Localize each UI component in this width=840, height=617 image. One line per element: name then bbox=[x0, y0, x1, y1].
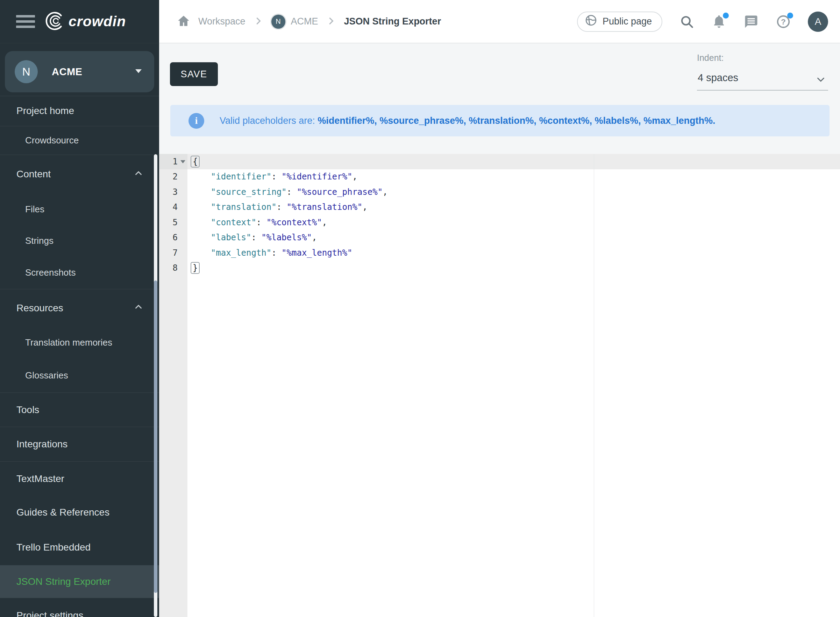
notification-badge-dot bbox=[723, 13, 729, 19]
code-line-3: "source_string": "%source_phrase%", bbox=[187, 185, 840, 200]
sidebar-item-label: Project settings bbox=[16, 610, 83, 617]
indent-select[interactable]: 4 spaces bbox=[697, 69, 828, 91]
sidebar-item-label: Tools bbox=[16, 404, 39, 416]
fold-caret-icon[interactable] bbox=[180, 160, 185, 163]
project-badge: N bbox=[271, 15, 285, 29]
sidebar-item-label: Trello Embedded bbox=[16, 542, 91, 553]
placeholder-token: %translation%, bbox=[469, 115, 539, 126]
sidebar-item-label: Translation memories bbox=[25, 337, 112, 348]
help-icon[interactable]: ? bbox=[776, 14, 791, 30]
info-icon: i bbox=[189, 113, 204, 129]
sidebar-item-json-string-exporter[interactable]: JSON String Exporter bbox=[0, 565, 159, 598]
sidebar-item-glossaries[interactable]: Glossaries bbox=[0, 358, 159, 393]
hamburger-menu-icon[interactable] bbox=[16, 12, 35, 31]
home-icon[interactable] bbox=[177, 14, 191, 30]
sidebar-item-screenshots[interactable]: Screenshots bbox=[0, 256, 159, 289]
help-badge-dot bbox=[787, 13, 793, 19]
code-line-2: "identifier": "%identifier%", bbox=[187, 169, 840, 185]
sidebar-nav: Project homeCrowdsourceContentFilesStrin… bbox=[0, 96, 159, 617]
sidebar-item-integrations[interactable]: Integrations bbox=[0, 427, 159, 461]
crowdin-logo-icon bbox=[45, 11, 65, 32]
sidebar-item-label: Crowdsource bbox=[25, 135, 79, 146]
sidebar-item-project-settings[interactable]: Project settings bbox=[0, 598, 159, 617]
chevron-down-icon bbox=[815, 74, 827, 87]
line-number: 2 bbox=[159, 169, 187, 185]
sidebar-item-crowdsource[interactable]: Crowdsource bbox=[0, 126, 159, 155]
indent-selected-value: 4 spaces bbox=[698, 72, 738, 83]
sidebar-item-label: JSON String Exporter bbox=[16, 576, 111, 587]
code-editor[interactable]: 12345678 { "identifier": "%identifier%",… bbox=[159, 154, 840, 617]
sidebar-item-strings[interactable]: Strings bbox=[0, 225, 159, 256]
save-button[interactable]: SAVE bbox=[170, 62, 218, 86]
indent-label: Indent: bbox=[697, 53, 828, 63]
notifications-bell-icon[interactable] bbox=[711, 14, 727, 30]
sidebar-item-project-home[interactable]: Project home bbox=[0, 96, 159, 126]
line-number: 8 bbox=[159, 261, 187, 276]
svg-text:?: ? bbox=[781, 17, 786, 26]
sidebar-item-label: Resources bbox=[16, 303, 63, 314]
placeholder-token: %labels%, bbox=[594, 115, 644, 126]
chevron-right-icon bbox=[253, 16, 264, 28]
chevron-up-icon bbox=[133, 168, 144, 181]
user-avatar[interactable]: A bbox=[808, 12, 828, 32]
sidebar-item-label: Integrations bbox=[16, 438, 68, 450]
breadcrumb-item-acme[interactable]: NACME bbox=[271, 15, 318, 29]
breadcrumb-label: JSON String Exporter bbox=[344, 16, 441, 27]
chevron-up-icon bbox=[133, 301, 144, 314]
sidebar-scrollbar-thumb[interactable] bbox=[154, 280, 158, 593]
code-line-8: } bbox=[187, 261, 840, 276]
code-line-7: "max_length": "%max_length%" bbox=[187, 245, 840, 261]
placeholder-token: %source_phrase%, bbox=[379, 115, 469, 126]
sidebar-item-files[interactable]: Files bbox=[0, 193, 159, 225]
breadcrumb-label: Workspace bbox=[198, 16, 246, 27]
line-number: 4 bbox=[159, 200, 187, 215]
crowdin-wordmark: crowdin bbox=[69, 13, 126, 30]
indent-setting: Indent: 4 spaces bbox=[697, 53, 828, 91]
code-line-1: { bbox=[187, 154, 840, 169]
code-content[interactable]: { "identifier": "%identifier%", "source_… bbox=[187, 154, 840, 276]
caret-down-icon bbox=[136, 69, 141, 73]
line-number: 5 bbox=[159, 215, 187, 230]
sidebar-header: crowdin bbox=[0, 0, 159, 43]
breadcrumb-item-json-string-exporter[interactable]: JSON String Exporter bbox=[344, 16, 441, 27]
sidebar-item-content[interactable]: Content bbox=[0, 155, 159, 193]
breadcrumb: WorkspaceNACMEJSON String Exporter bbox=[177, 0, 441, 43]
line-number: 1 bbox=[159, 154, 187, 169]
sidebar-item-textmaster[interactable]: TextMaster bbox=[0, 462, 159, 496]
info-banner-text: Valid placeholders are: %identifier%, %s… bbox=[220, 115, 716, 126]
messages-icon[interactable] bbox=[743, 14, 759, 30]
breadcrumb-label: ACME bbox=[291, 16, 318, 27]
code-line-5: "context": "%context%", bbox=[187, 215, 840, 230]
placeholder-token: %context%, bbox=[539, 115, 594, 126]
sidebar-item-tools[interactable]: Tools bbox=[0, 393, 159, 427]
info-banner: i Valid placeholders are: %identifier%, … bbox=[170, 105, 830, 136]
line-number: 6 bbox=[159, 230, 187, 245]
sidebar-item-translation-memories[interactable]: Translation memories bbox=[0, 327, 159, 358]
sidebar-item-label: Strings bbox=[25, 235, 53, 246]
project-selector[interactable]: N ACME bbox=[5, 51, 154, 92]
public-page-button[interactable]: Public page bbox=[577, 12, 662, 32]
code-line-6: "labels": "%labels%", bbox=[187, 230, 840, 245]
breadcrumb-item-workspace[interactable]: Workspace bbox=[198, 16, 246, 27]
sidebar-item-guides-references[interactable]: Guides & References bbox=[0, 496, 159, 529]
line-number-gutter: 12345678 bbox=[159, 154, 187, 617]
chevron-right-icon bbox=[326, 16, 336, 28]
line-number: 7 bbox=[159, 245, 187, 261]
placeholder-token: %max_length%. bbox=[644, 115, 716, 126]
project-name: ACME bbox=[52, 66, 82, 78]
sidebar-item-label: Content bbox=[16, 168, 51, 180]
public-page-label: Public page bbox=[603, 16, 652, 27]
code-line-4: "translation": "%translation%", bbox=[187, 200, 840, 215]
top-bar-actions: Public page ? bbox=[577, 0, 828, 43]
project-avatar: N bbox=[15, 60, 38, 83]
line-number: 3 bbox=[159, 185, 187, 200]
sidebar-item-label: Files bbox=[25, 204, 44, 215]
sidebar-item-resources[interactable]: Resources bbox=[0, 289, 159, 327]
sidebar-item-label: Glossaries bbox=[25, 370, 68, 381]
sidebar-item-label: TextMaster bbox=[16, 473, 64, 484]
search-icon[interactable] bbox=[679, 14, 694, 30]
crowdin-logo[interactable]: crowdin bbox=[45, 11, 126, 32]
placeholder-token: %identifier%, bbox=[318, 115, 379, 126]
sidebar-item-trello-embedded[interactable]: Trello Embedded bbox=[0, 529, 159, 565]
top-bar: crowdin WorkspaceNACMEJSON String Export… bbox=[0, 0, 840, 43]
